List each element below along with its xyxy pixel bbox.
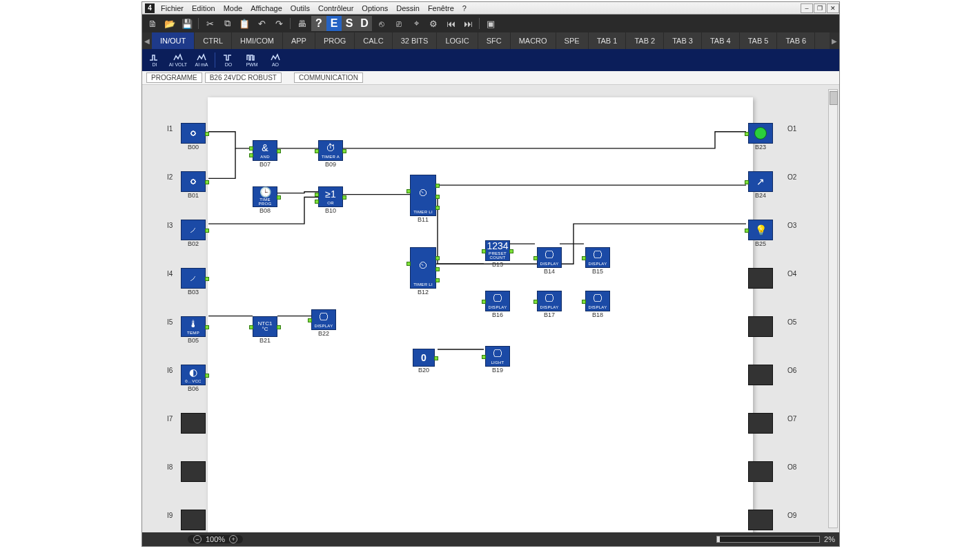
sim-mode-button[interactable]: S xyxy=(342,16,357,31)
cut-icon[interactable]: ✂ xyxy=(202,17,217,30)
block-b16[interactable]: 🖵DISPLAYB16 xyxy=(485,291,510,311)
block-b08[interactable]: 🕒TIME PROGB08 xyxy=(253,186,277,207)
tab-6[interactable]: TAB 6 xyxy=(777,32,815,49)
block-b03[interactable]: ⟋B03 xyxy=(181,268,206,289)
block-b06[interactable]: ◐0…VCCB06 xyxy=(181,365,206,385)
tab-3[interactable]: TAB 3 xyxy=(664,32,702,49)
menu-options[interactable]: Options xyxy=(358,4,391,12)
block-o8-empty[interactable] xyxy=(748,461,773,482)
block-b20[interactable]: 0B20 xyxy=(413,349,435,367)
bc-device[interactable]: B26 24VDC ROBUST xyxy=(205,72,282,83)
block-b18[interactable]: 🖵DISPLAYB18 xyxy=(585,291,610,311)
menu-edition[interactable]: Edition xyxy=(188,4,219,12)
tool-e-icon[interactable]: ▣ xyxy=(483,17,498,30)
undo-icon[interactable]: ↶ xyxy=(254,17,269,30)
block-b13[interactable]: 1234PRESET COUNTB13 xyxy=(485,240,510,261)
minimize-button[interactable]: – xyxy=(801,3,813,13)
block-b22[interactable]: 🖵DISPLAYB22 xyxy=(311,309,336,330)
tabs-scroll-left[interactable]: ◀ xyxy=(142,32,152,49)
block-i8-empty[interactable] xyxy=(181,461,206,482)
menu-fenetre[interactable]: Fenêtre xyxy=(424,4,458,12)
diagram-canvas[interactable]: I1 I2 I3 I4 I5 I6 I7 I8 I9 O1 O2 O3 O4 O… xyxy=(142,85,839,532)
zoom-out-button[interactable]: − xyxy=(193,535,202,543)
block-b23[interactable]: B23 xyxy=(748,123,773,144)
block-b21[interactable]: NTC1°CB21 xyxy=(253,316,277,337)
io-ao-button[interactable]: AO xyxy=(265,50,286,70)
tab-4[interactable]: TAB 4 xyxy=(702,32,740,49)
io-pwm-button[interactable]: PWM xyxy=(242,50,262,70)
block-b10[interactable]: ≥1ORB10 xyxy=(318,186,343,207)
block-b15[interactable]: 🖵DISPLAYB15 xyxy=(585,247,610,268)
tab-spe[interactable]: SPE xyxy=(556,32,589,49)
tab-logic[interactable]: LOGIC xyxy=(437,32,478,49)
tool-a-icon[interactable]: ⎋ xyxy=(374,17,389,30)
paste-icon[interactable]: 📋 xyxy=(237,17,252,30)
tab-calc[interactable]: CALC xyxy=(355,32,392,49)
block-o5-empty[interactable] xyxy=(748,316,773,337)
block-b01[interactable]: ⭘B01 xyxy=(181,171,206,192)
block-b25[interactable]: 💡B25 xyxy=(748,220,773,240)
block-b07[interactable]: &ANDB07 xyxy=(253,140,277,161)
block-o4-empty[interactable] xyxy=(748,268,773,289)
bc-programme[interactable]: PROGRAMME xyxy=(146,72,202,83)
tab-sfc[interactable]: SFC xyxy=(478,32,511,49)
tool-c-icon[interactable]: ⌖ xyxy=(409,17,424,30)
close-button[interactable]: ✕ xyxy=(827,3,839,13)
new-file-icon[interactable]: 🗎 xyxy=(145,17,160,30)
block-o9-empty[interactable] xyxy=(748,510,773,530)
io-aivolt-button[interactable]: AI VOLT xyxy=(168,50,188,70)
tab-1[interactable]: TAB 1 xyxy=(589,32,627,49)
tabs-scroll-right[interactable]: ▶ xyxy=(830,32,839,49)
copy-icon[interactable]: ⧉ xyxy=(219,17,235,30)
tab-hmi-com[interactable]: HMI/COM xyxy=(232,32,283,49)
menu-controleur[interactable]: Contrôleur xyxy=(315,4,357,12)
redo-icon[interactable]: ↷ xyxy=(271,17,286,30)
tool-b-icon[interactable]: ⎚ xyxy=(391,17,406,30)
zoom-in-button[interactable]: + xyxy=(229,535,237,543)
block-b19[interactable]: 🖵LIGHTB19 xyxy=(485,346,510,367)
edit-mode-button[interactable]: E xyxy=(326,16,342,31)
tab-prog[interactable]: PROG xyxy=(315,32,355,49)
tab-app[interactable]: APP xyxy=(283,32,315,49)
tool-d-icon[interactable]: ⚙ xyxy=(426,17,441,30)
block-b17[interactable]: 🖵DISPLAYB17 xyxy=(537,291,562,311)
memory-pct: 2% xyxy=(824,535,835,543)
block-b24[interactable]: ↗B24 xyxy=(748,171,773,192)
menu-outils[interactable]: Outils xyxy=(287,4,313,12)
block-o6-empty[interactable] xyxy=(748,365,773,385)
tab-5[interactable]: TAB 5 xyxy=(740,32,778,49)
debug-mode-button[interactable]: D xyxy=(357,16,372,31)
help-mode-button[interactable]: ? xyxy=(311,16,326,31)
restore-button[interactable]: ❐ xyxy=(814,3,826,13)
menu-affichage[interactable]: Affichage xyxy=(247,4,286,12)
block-b11[interactable]: ⏲TIMER LIB11 xyxy=(410,175,436,216)
block-b05[interactable]: 🌡TEMPB05 xyxy=(181,316,206,337)
block-i7-empty[interactable] xyxy=(181,413,206,434)
menu-mode[interactable]: Mode xyxy=(220,4,246,12)
tab-2[interactable]: TAB 2 xyxy=(626,32,664,49)
io-do-button[interactable]: DO xyxy=(218,50,239,70)
tab-ctrl[interactable]: CTRL xyxy=(195,32,232,49)
skip-start-icon[interactable]: ⏮ xyxy=(443,17,458,30)
block-b02[interactable]: ⟋B02 xyxy=(181,220,206,240)
canvas-vertical-scrollbar[interactable] xyxy=(828,89,838,528)
io-aima-button[interactable]: AI mA xyxy=(191,50,212,70)
block-b14[interactable]: 🖵DISPLAYB14 xyxy=(537,247,562,268)
block-b00[interactable]: ⭘B00 xyxy=(181,123,206,144)
menu-help[interactable]: ? xyxy=(459,4,470,12)
open-file-icon[interactable]: 📂 xyxy=(162,17,177,30)
block-b12[interactable]: ⏲TIMER LIB12 xyxy=(410,247,436,289)
tab-macro[interactable]: MACRO xyxy=(511,32,556,49)
block-o7-empty[interactable] xyxy=(748,413,773,434)
tab-in-out[interactable]: IN/OUT xyxy=(152,32,195,49)
menu-dessin[interactable]: Dessin xyxy=(393,4,423,12)
save-icon[interactable]: 💾 xyxy=(179,17,195,30)
print-icon[interactable]: 🖶 xyxy=(294,17,309,30)
block-b09[interactable]: ⏱TIMER AB09 xyxy=(318,140,343,161)
tab-32bits[interactable]: 32 BITS xyxy=(393,32,438,49)
io-di-button[interactable]: DI xyxy=(144,50,165,70)
skip-end-icon[interactable]: ⏭ xyxy=(460,17,476,30)
menu-fichier[interactable]: Fichier xyxy=(157,4,187,12)
bc-communication[interactable]: COMMUNICATION xyxy=(294,72,363,83)
block-i9-empty[interactable] xyxy=(181,510,206,530)
